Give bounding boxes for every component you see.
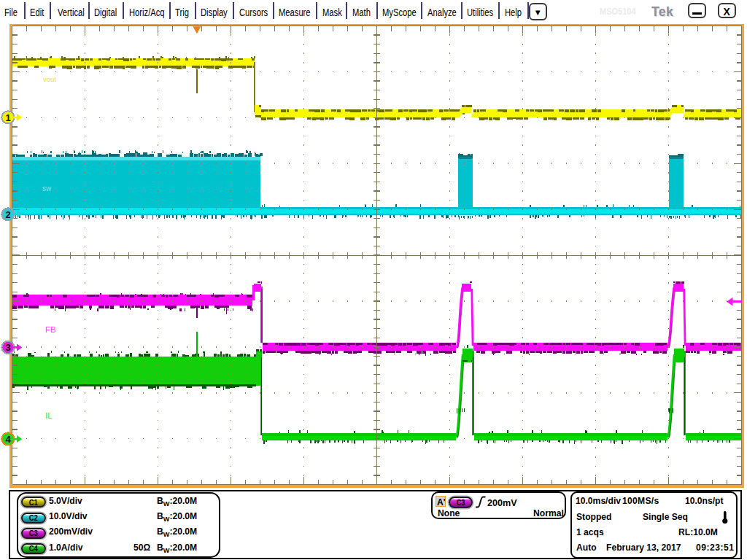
svg-text:4: 4 — [5, 434, 11, 445]
svg-text:1: 1 — [5, 112, 10, 123]
svg-text:IL: IL — [45, 411, 53, 420]
svg-text:3: 3 — [5, 342, 10, 353]
svg-text:vout: vout — [43, 75, 56, 83]
svg-text:sw: sw — [42, 184, 52, 192]
svg-text:2: 2 — [5, 209, 10, 220]
svg-text:FB: FB — [45, 325, 56, 334]
